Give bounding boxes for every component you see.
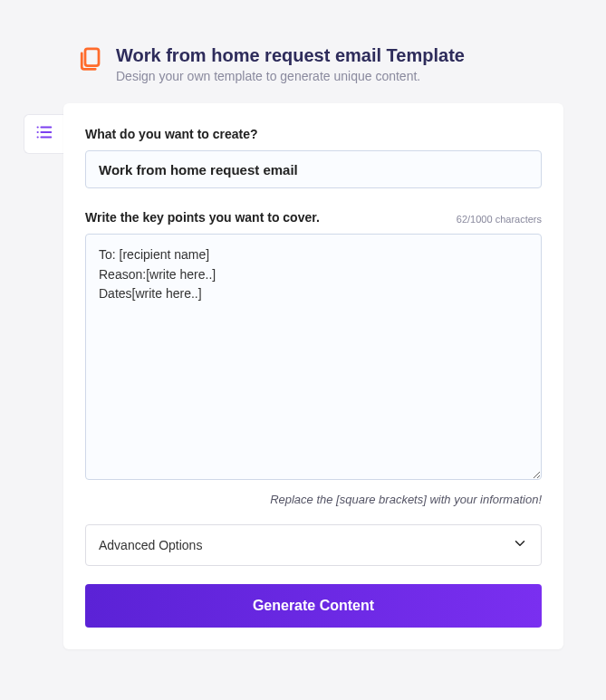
advanced-options-toggle[interactable]: Advanced Options (85, 524, 542, 566)
svg-point-3 (36, 131, 38, 133)
svg-point-1 (36, 126, 38, 128)
list-icon (34, 122, 54, 146)
page-subtitle: Design your own template to generate uni… (116, 69, 465, 83)
page-header: Work from home request email Template De… (0, 0, 606, 83)
keypoints-textarea[interactable] (85, 234, 542, 480)
svg-rect-0 (85, 49, 99, 66)
svg-point-5 (36, 136, 38, 138)
form-card: What do you want to create? Write the ke… (63, 103, 563, 649)
sidebar-list-tab[interactable] (24, 114, 63, 154)
hint-text: Replace the [square brackets] with your … (85, 493, 542, 506)
chevron-down-icon (512, 535, 528, 555)
copy-document-icon (76, 45, 103, 72)
page-title: Work from home request email Template (116, 43, 465, 67)
generate-button[interactable]: Generate Content (85, 584, 542, 628)
char-counter: 62/1000 characters (457, 214, 542, 225)
keypoints-label: Write the key points you want to cover. (85, 210, 320, 225)
advanced-options-label: Advanced Options (99, 538, 202, 552)
create-input[interactable] (85, 150, 542, 188)
create-label: What do you want to create? (85, 127, 542, 141)
